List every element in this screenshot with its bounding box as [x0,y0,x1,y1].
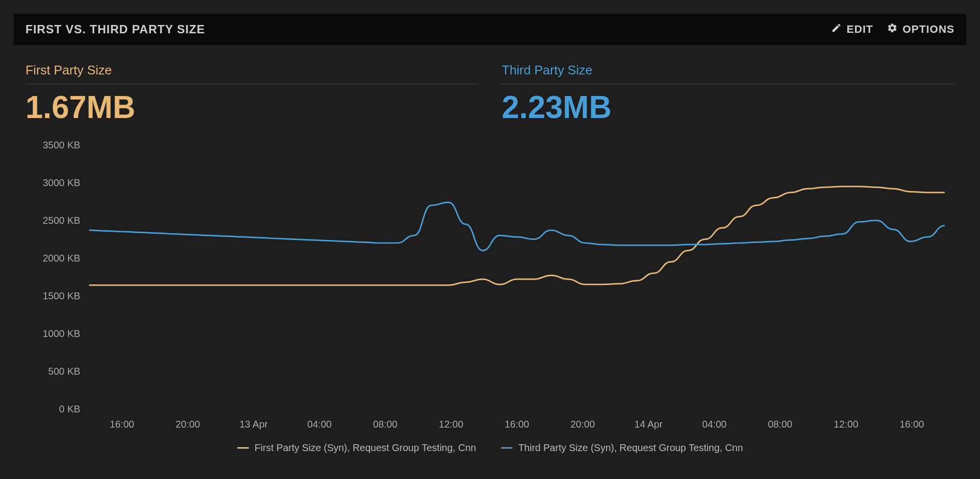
gear-icon [887,23,898,36]
y-tick-label: 2000 KB [43,253,80,263]
metric-first-party-label: First Party Size [25,63,478,84]
y-tick-label: 1000 KB [43,328,80,339]
x-tick-label: 04:00 [307,419,332,430]
x-tick-label: 13 Apr [240,419,268,430]
legend-label-third: Third Party Size (Syn), Request Group Te… [518,442,743,454]
edit-label: EDIT [847,23,873,36]
y-tick-label: 3500 KB [43,140,80,150]
y-tick-label: 3000 KB [43,177,80,188]
metric-first-party: First Party Size 1.67MB [25,63,478,125]
legend-item-first[interactable]: First Party Size (Syn), Request Group Te… [237,442,476,454]
x-tick-label: 16:00 [110,419,134,430]
x-tick-label: 08:00 [768,419,792,430]
edit-button[interactable]: EDIT [831,23,873,36]
pencil-icon [831,23,842,36]
metric-third-party-value: 2.23MB [502,89,955,125]
metric-third-party-label: Third Party Size [502,63,955,84]
legend-label-first: First Party Size (Syn), Request Group Te… [255,442,476,454]
line-chart[interactable]: 0 KB500 KB1000 KB1500 KB2000 KB2500 KB30… [25,140,955,433]
legend-swatch-first [237,447,249,449]
y-tick-label: 0 KB [59,404,80,414]
y-tick-label: 500 KB [48,366,80,377]
options-label: OPTIONS [903,23,955,36]
x-tick-label: 04:00 [702,419,727,430]
chart-legend: First Party Size (Syn), Request Group Te… [25,433,955,456]
series-line-third-party[interactable] [89,202,945,251]
legend-swatch-third [501,447,513,449]
metric-third-party: Third Party Size 2.23MB [502,63,955,125]
y-tick-label: 1500 KB [43,290,80,301]
x-tick-label: 12:00 [439,419,464,430]
metric-first-party-value: 1.67MB [25,89,478,125]
y-tick-label: 2500 KB [43,215,80,226]
x-tick-label: 14 Apr [635,419,663,430]
x-tick-label: 08:00 [373,419,397,430]
x-tick-label: 20:00 [570,419,595,430]
legend-item-third[interactable]: Third Party Size (Syn), Request Group Te… [501,442,743,454]
x-tick-label: 16:00 [900,419,924,430]
chart-area: 0 KB500 KB1000 KB1500 KB2000 KB2500 KB30… [14,130,966,456]
x-tick-label: 12:00 [834,419,858,430]
x-tick-label: 20:00 [175,419,200,430]
panel-header: FIRST VS. THIRD PARTY SIZE EDIT OPTIONS [14,14,966,45]
metrics-row: First Party Size 1.67MB Third Party Size… [14,45,966,130]
x-tick-label: 16:00 [505,419,529,430]
options-button[interactable]: OPTIONS [887,23,955,36]
panel-actions: EDIT OPTIONS [831,23,955,36]
panel-title: FIRST VS. THIRD PARTY SIZE [25,23,205,36]
